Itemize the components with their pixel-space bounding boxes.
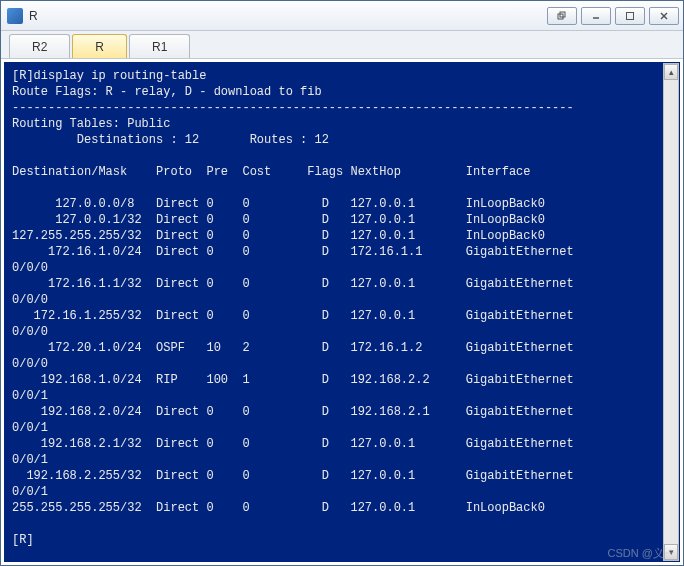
terminal-container: [R]display ip routing-table Route Flags:… <box>1 59 683 565</box>
app-window: R R2RR1 [R]display ip routing-table Rout… <box>0 0 684 566</box>
scroll-up-button[interactable]: ▴ <box>664 64 678 80</box>
tab-r2[interactable]: R2 <box>9 34 70 58</box>
tab-bar: R2RR1 <box>1 31 683 59</box>
svg-rect-3 <box>627 12 634 19</box>
titlebar: R <box>1 1 683 31</box>
close-button[interactable] <box>649 7 679 25</box>
popout-button[interactable] <box>547 7 577 25</box>
app-icon <box>7 8 23 24</box>
window-controls <box>543 7 679 25</box>
scroll-down-button[interactable]: ▾ <box>664 544 678 560</box>
tab-r1[interactable]: R1 <box>129 34 190 58</box>
terminal-output[interactable]: [R]display ip routing-table Route Flags:… <box>4 62 680 562</box>
tab-r[interactable]: R <box>72 34 127 58</box>
maximize-button[interactable] <box>615 7 645 25</box>
minimize-button[interactable] <box>581 7 611 25</box>
scrollbar[interactable]: ▴ ▾ <box>663 63 679 561</box>
window-title: R <box>29 9 543 23</box>
